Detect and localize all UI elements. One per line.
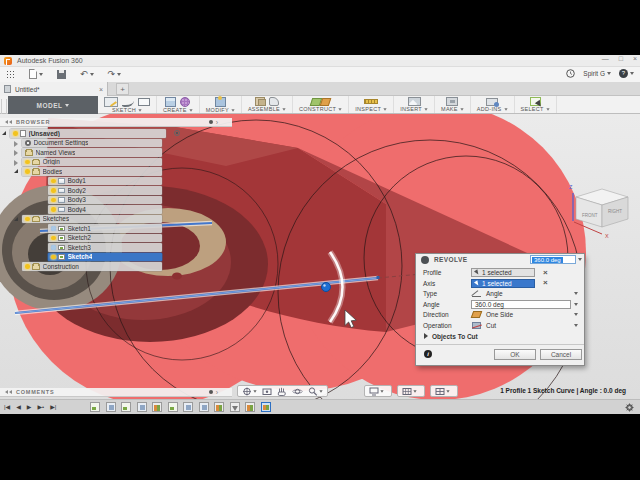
chevron-down-icon[interactable]	[574, 313, 578, 316]
app-grid-icon[interactable]	[6, 70, 15, 79]
visibility-bulb-icon[interactable]	[25, 217, 30, 222]
create-sketch-icon[interactable]	[104, 97, 118, 107]
look-at-button[interactable]	[262, 387, 272, 396]
timeline-feature-revolve[interactable]	[245, 402, 255, 412]
visibility-bulb-icon[interactable]	[25, 169, 30, 174]
panel-chevron-icon[interactable]: ›	[216, 389, 218, 396]
tree-item-bodies[interactable]: Bodies	[22, 167, 162, 176]
tree-item-root[interactable]: (Unsaved)	[10, 129, 166, 138]
press-pull-icon[interactable]	[215, 97, 226, 107]
timeline-feature-extrude[interactable]	[183, 402, 193, 412]
activate-component-icon[interactable]	[174, 130, 180, 136]
collapsed-arrow-icon[interactable]	[14, 150, 18, 156]
visibility-bulb-icon[interactable]	[51, 226, 56, 231]
visibility-bulb-icon[interactable]	[51, 255, 56, 260]
tab-close-button[interactable]: ×	[99, 86, 103, 93]
chevron-down-icon[interactable]	[574, 292, 578, 295]
visibility-bulb-icon[interactable]	[25, 160, 30, 165]
profile-select-button[interactable]: 1 selected	[471, 268, 535, 277]
angle-quick-input[interactable]: 360.0 deg	[530, 255, 576, 264]
panel-dot-icon[interactable]	[209, 390, 213, 394]
chevron-down-icon[interactable]	[578, 258, 582, 261]
tree-item-sketches[interactable]: Sketches	[22, 215, 162, 224]
scripts-addins-icon[interactable]	[486, 98, 498, 106]
chevron-down-icon[interactable]	[574, 303, 578, 306]
sketch-menu[interactable]: SKETCH	[112, 107, 142, 113]
axis-point-handle[interactable]	[322, 283, 331, 292]
collapse-panel-icon[interactable]	[5, 120, 12, 124]
axis-select-button[interactable]: 1 selected	[471, 279, 535, 288]
expanded-arrow-icon[interactable]	[2, 131, 6, 135]
insert-image-icon[interactable]	[408, 97, 421, 106]
browser-panel-header[interactable]: BROWSER ›	[0, 118, 232, 127]
orbit-button[interactable]	[292, 387, 303, 396]
assemble-menu[interactable]: ASSEMBLE	[248, 106, 286, 112]
tree-item-body2[interactable]: Body2	[48, 186, 162, 195]
visibility-bulb-icon[interactable]	[51, 198, 56, 203]
undo-button[interactable]: ↶	[80, 70, 94, 79]
clear-axis-button[interactable]: ×	[543, 279, 548, 287]
dialog-title-bar[interactable]: REVOLVE 360.0 deg	[416, 254, 584, 265]
select-menu[interactable]: SELECT	[521, 106, 550, 112]
display-settings-menu[interactable]	[364, 385, 392, 397]
construct-menu[interactable]: CONSTRUCT	[299, 106, 342, 112]
go-to-start-button[interactable]: |◀	[4, 402, 10, 412]
timeline-feature-sketch[interactable]	[168, 402, 178, 412]
tree-item-construction[interactable]: Construction	[22, 262, 162, 271]
expanded-arrow-icon[interactable]	[14, 217, 18, 221]
zoom-button[interactable]	[308, 387, 323, 396]
timeline-feature-revolve[interactable]	[152, 402, 162, 412]
tree-item-sketch3[interactable]: Sketch3	[48, 243, 162, 252]
spline-icon[interactable]	[122, 98, 134, 107]
save-icon[interactable]	[57, 70, 66, 79]
document-tab[interactable]: Untitled* ×	[0, 82, 108, 96]
step-back-button[interactable]: ◀	[16, 402, 21, 412]
minimize-button[interactable]: —	[602, 55, 609, 62]
tree-item-document-settings[interactable]: Document Settings	[22, 139, 162, 148]
chevron-down-icon[interactable]	[574, 324, 578, 327]
info-icon[interactable]: i	[424, 350, 432, 358]
offset-plane-icon[interactable]	[320, 98, 332, 106]
panel-chevron-icon[interactable]: ›	[216, 119, 218, 126]
operation-row[interactable]: Operation Cut	[416, 320, 584, 330]
joint-icon[interactable]	[269, 97, 279, 106]
clear-profile-button[interactable]: ×	[543, 269, 548, 277]
redo-button[interactable]: ↷	[108, 70, 122, 79]
maximize-button[interactable]: □	[619, 55, 623, 62]
tree-item-body4[interactable]: Body4	[48, 205, 162, 214]
pan-button[interactable]	[277, 387, 287, 396]
workspace-switcher[interactable]: MODEL	[8, 96, 98, 114]
timeline-feature-extrude[interactable]	[106, 402, 116, 412]
tree-item-named-views[interactable]: Named Views	[22, 148, 162, 157]
tree-item-sketch1[interactable]: Sketch1	[48, 224, 162, 233]
expanded-arrow-icon[interactable]	[14, 169, 18, 173]
timeline-feature-revolve[interactable]	[214, 402, 224, 412]
timeline-feature-sketch[interactable]	[90, 402, 100, 412]
file-menu-button[interactable]	[29, 69, 43, 79]
form-icon[interactable]	[180, 97, 190, 107]
grid-settings-menu[interactable]	[397, 385, 425, 397]
notifications-clock-icon[interactable]	[566, 69, 575, 78]
timeline-feature-extrude[interactable]	[199, 402, 209, 412]
visibility-bulb-icon[interactable]	[51, 188, 56, 193]
direction-row[interactable]: Direction One Side	[416, 310, 584, 320]
type-row[interactable]: Type Angle	[416, 289, 584, 299]
play-button[interactable]: ▶	[27, 402, 32, 412]
step-forward-button[interactable]: ▶•	[37, 402, 44, 412]
select-cursor-icon[interactable]	[530, 97, 541, 106]
tree-item-sketch4[interactable]: Sketch4	[48, 253, 162, 262]
objects-to-cut-expander[interactable]: Objects To Cut	[416, 331, 584, 341]
3d-print-icon[interactable]	[446, 97, 458, 106]
create-menu[interactable]: CREATE	[163, 107, 193, 113]
dialog-handle-icon[interactable]	[421, 256, 429, 264]
collapsed-arrow-icon[interactable]	[14, 141, 18, 147]
modify-menu[interactable]: MODIFY	[206, 107, 235, 113]
insert-menu[interactable]: INSERT	[400, 106, 428, 112]
viewcube-front-label[interactable]: FRONT	[582, 213, 598, 218]
angle-input[interactable]: 360.0 deg	[471, 300, 571, 309]
new-component-icon[interactable]	[255, 97, 265, 106]
visibility-bulb-icon[interactable]	[51, 179, 56, 184]
make-menu[interactable]: MAKE	[441, 106, 464, 112]
measure-icon[interactable]	[364, 99, 378, 104]
extrude-icon[interactable]	[165, 97, 176, 107]
